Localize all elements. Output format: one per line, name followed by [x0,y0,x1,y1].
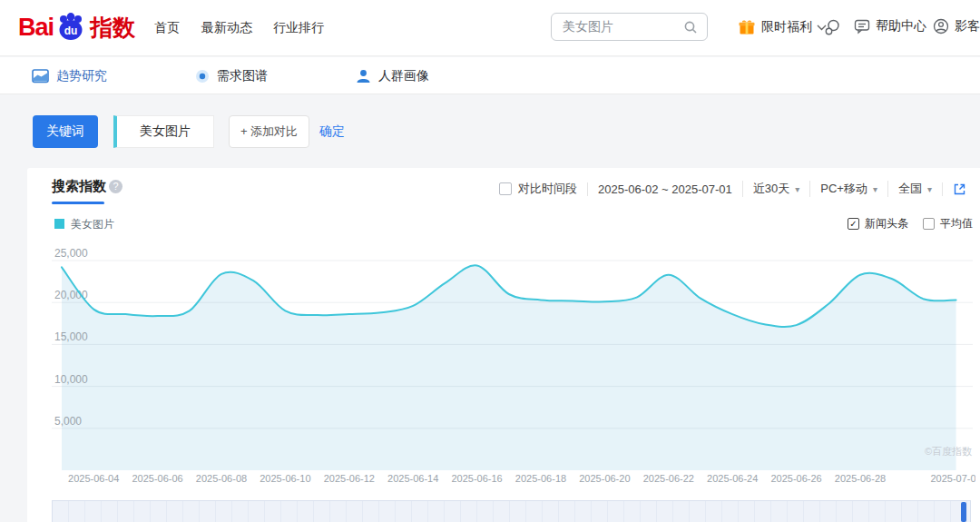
baidu-index-logo[interactable]: Bai du 指数 [18,11,135,44]
compare-period-checkbox[interactable] [499,182,512,195]
account-label: 影客团 [955,18,980,34]
logo-text-bai: Bai [18,14,54,42]
confirm-link[interactable]: 确定 [319,123,345,140]
range-select-value: 近30天 [753,181,789,197]
search-index-card: 搜索指数 对比时间段 2025-06-02 ~ 2025-07-01 近30天 … [27,168,980,522]
news-headlines-checkbox[interactable]: ✓ [848,218,859,230]
overlay-toggles: ✓ 新闻头条 平均值 [833,216,973,231]
svg-text:2025-06-06: 2025-06-06 [132,473,182,484]
svg-text:10,000: 10,000 [54,373,88,386]
svg-text:2025-06-04: 2025-06-04 [68,473,119,484]
nav-item-news[interactable]: 最新动态 [201,20,252,36]
nav-item-home[interactable]: 首页 [154,20,180,36]
svg-text:2025-06-16: 2025-06-16 [451,473,502,484]
date-range-picker[interactable]: 2025-06-02 ~ 2025-07-01 [587,182,742,196]
top-navbar: Bai du 指数 首页 最新动态 行业排行 [0,0,980,56]
subnav-crowd-portrait[interactable]: 人群画像 [356,57,429,94]
average-label: 平均值 [940,216,973,231]
keyword-search-box [551,13,708,41]
svg-text:2025-06-18: 2025-06-18 [515,473,566,484]
keyword-chip[interactable]: 美女图片 [113,115,214,148]
chevron-down-icon: ▾ [795,184,799,194]
account-menu[interactable]: 影客团 [933,18,980,34]
active-tab-underline [52,202,104,204]
date-range-value: 2025-06-02 ~ 2025-07-01 [598,182,732,196]
promo-label: 限时福利 [761,19,812,35]
keyword-chip-label: 美女图片 [140,123,191,140]
gift-icon [738,18,756,36]
module-subnav: 趋势研究 需求图谱 人群画像 [0,57,980,94]
device-select-value: PC+移动 [820,181,867,197]
chevron-down-icon: ▾ [873,184,877,194]
svg-text:2025-06-08: 2025-06-08 [196,473,247,484]
open-external-button[interactable] [942,182,976,196]
svg-text:15,000: 15,000 [54,330,88,343]
subnav-trend-label: 趋势研究 [56,68,107,84]
svg-text:5,000: 5,000 [54,415,82,428]
svg-text:2025-06-22: 2025-06-22 [643,473,694,484]
circles-icon [824,18,842,36]
datazoom-right-handle[interactable] [961,502,966,522]
datazoom-slider[interactable] [52,500,971,522]
chevron-down-icon: ▾ [927,184,932,194]
series-swatch [54,219,64,229]
help-center-label: 帮助中心 [876,18,926,34]
legend-row: 美女图片 ✓ 新闻头条 平均值 [27,215,980,233]
subnav-demand-label: 需求图谱 [217,68,268,84]
nav-item-industry-rank[interactable]: 行业排行 [273,20,324,36]
average-toggle[interactable]: 平均值 [923,216,973,231]
trend-chart-icon [32,69,49,84]
compare-period-label: 对比时间段 [518,181,577,197]
svg-text:2025-06-10: 2025-06-10 [260,473,310,484]
subnav-trend-research[interactable]: 趋势研究 [32,57,107,94]
chart-controls: 对比时间段 2025-06-02 ~ 2025-07-01 近30天 ▾ PC+… [489,177,976,201]
theme-circles-button[interactable] [824,18,842,36]
svg-text:2025-06-28: 2025-06-28 [835,473,886,484]
range-select[interactable]: 近30天 ▾ [742,181,810,197]
svg-text:25,000: 25,000 [54,247,88,260]
search-input[interactable] [563,15,681,39]
region-select-value: 全国 [898,181,922,197]
search-icon[interactable] [683,20,698,34]
subnav-crowd-label: 人群画像 [378,68,429,84]
svg-text:2025-06-24: 2025-06-24 [707,473,758,484]
svg-text:2025-06-12: 2025-06-12 [324,473,375,484]
help-center-menu[interactable]: 帮助中心 [854,18,926,34]
promo-menu[interactable]: 限时福利 [738,18,827,36]
svg-text:2025-06-14: 2025-06-14 [387,473,438,484]
person-icon [356,69,371,84]
logo-text-suffix: 指数 [90,13,135,43]
svg-text:2025-06-20: 2025-06-20 [579,473,630,484]
tab-search-index[interactable]: 搜索指数 [52,178,106,195]
baidu-paw-icon: du [54,11,87,44]
subnav-demand-graph[interactable]: 需求图谱 [195,57,268,94]
radar-dot-icon [195,69,210,84]
user-circle-icon [933,18,949,34]
svg-text:2025-07-01: 2025-07-01 [930,473,975,484]
average-checkbox[interactable] [923,218,935,230]
chart-watermark: ©百度指数 [925,445,972,458]
search-index-chart[interactable]: 5,00010,00015,00020,00025,0002025-06-042… [36,241,975,495]
help-circle-icon[interactable] [109,180,122,193]
svg-text:du: du [64,25,78,37]
region-select[interactable]: 全国 ▾ [887,181,942,197]
add-compare-button[interactable]: + 添加对比 [229,115,309,148]
external-link-icon [953,182,966,196]
baidu-index-page: Bai du 指数 首页 最新动态 行业排行 [0,0,980,522]
svg-text:20,000: 20,000 [54,289,88,301]
news-headlines-toggle[interactable]: ✓ 新闻头条 [848,216,908,231]
keyword-button[interactable]: 关键词 [33,115,98,148]
svg-text:2025-06-26: 2025-06-26 [770,473,821,484]
compare-period-toggle[interactable]: 对比时间段 [489,181,587,197]
series-legend-label: 美女图片 [71,217,114,232]
news-headlines-label: 新闻头条 [865,216,908,231]
device-select[interactable]: PC+移动 ▾ [809,181,887,197]
help-bubble-icon [854,18,870,34]
